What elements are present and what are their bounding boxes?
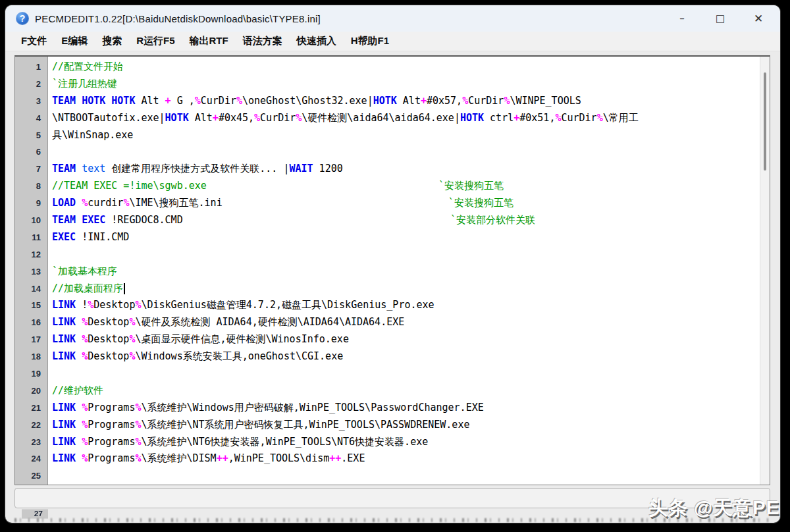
- line-number: 20: [15, 383, 47, 400]
- code-line-16[interactable]: LINK %Desktop%\硬件及系统检测 AIDA64,硬件检测\AIDA6…: [52, 314, 760, 331]
- code-line-3[interactable]: TEAM HOTK HOTK Alt + G ,%CurDir%\oneGhos…: [52, 93, 760, 110]
- titlebar: ? PECMDEDIT1.0.22[D:\BaiduNetdiskDownloa…: [5, 5, 780, 32]
- code-line-4[interactable]: \NTBOOTautofix.exe|HOTK Alt+#0x45,%CurDi…: [52, 110, 760, 127]
- line-number: 11: [15, 229, 47, 246]
- help-question-icon[interactable]: ?: [16, 12, 29, 25]
- code-line-7[interactable]: TEAM text 创建常用程序快捷方式及软件关联... |WAIT 1200: [52, 161, 760, 178]
- line-number: 14: [15, 280, 47, 298]
- code-line-18[interactable]: LINK %Desktop%\Windows系统安装工具,oneGhost\CG…: [52, 348, 760, 365]
- line-number: 22: [15, 417, 47, 434]
- line-number-gutter: 1234567891011121314151617181920212223242…: [15, 57, 48, 485]
- line-number: 19: [15, 365, 47, 383]
- code-line-5[interactable]: 具\WinSnap.exe: [52, 127, 760, 144]
- line-number: 7: [15, 161, 47, 178]
- code-line-6[interactable]: [52, 144, 760, 161]
- scrollbar-thumb[interactable]: [764, 72, 766, 171]
- menubar: F文件E编辑搜索R运行F5输出RTF语法方案快速插入H帮助F1: [5, 32, 780, 51]
- code-line-10[interactable]: TEAM EXEC !REGDOC8.CMD `安装部分软件关联: [52, 212, 760, 229]
- code-line-13[interactable]: `加载基本程序: [52, 263, 760, 280]
- menu-item-run-f5[interactable]: R运行F5: [129, 34, 182, 49]
- line-number: 18: [15, 348, 47, 365]
- line-number: 24: [15, 450, 47, 467]
- line-number: 8: [15, 178, 47, 195]
- watermark: 头条 @天意PE: [648, 495, 779, 521]
- line-number: 13: [15, 263, 47, 280]
- menu-item-quick-insert[interactable]: 快速插入: [290, 34, 344, 49]
- line-number: 4: [15, 110, 47, 127]
- menu-item-edit[interactable]: E编辑: [54, 34, 95, 49]
- line-number: 3: [15, 93, 47, 110]
- line-number: 5: [15, 127, 47, 144]
- code-line-2[interactable]: `注册几组热键: [52, 76, 760, 93]
- menu-item-syntax-scheme[interactable]: 语法方案: [236, 34, 290, 49]
- code-line-20[interactable]: //维护软件: [52, 383, 760, 400]
- code-line-14[interactable]: //加载桌面程序: [52, 280, 760, 298]
- code-line-12[interactable]: [52, 246, 760, 263]
- overflow-line-number: 27: [22, 509, 48, 518]
- code-line-11[interactable]: EXEC !INI.CMD: [52, 229, 760, 246]
- code-line-8[interactable]: //TEAM EXEC =!ime\sgwb.exe `安装搜狗五笔: [52, 178, 760, 195]
- line-number: 9: [15, 195, 47, 212]
- line-number: 16: [15, 314, 47, 331]
- line-number: 17: [15, 331, 47, 348]
- line-number: 1: [15, 59, 47, 76]
- line-number: 23: [15, 434, 47, 451]
- code-line-17[interactable]: LINK %Desktop%\桌面显示硬件信息,硬件检测\WinosInfo.e…: [52, 331, 760, 348]
- editor: 1234567891011121314151617181920212223242…: [14, 55, 770, 485]
- line-number: 12: [15, 246, 47, 263]
- code-line-23[interactable]: LINK %Programs%\系统维护\NT6快捷安装器,WinPE_TOOL…: [52, 434, 760, 451]
- line-number: 21: [15, 400, 47, 417]
- code-line-25[interactable]: [52, 467, 760, 485]
- menu-item-file[interactable]: F文件: [14, 34, 54, 49]
- code-line-24[interactable]: LINK %Programs%\系统维护\DISM++,WinPE_TOOLS\…: [52, 450, 760, 467]
- code-line-19[interactable]: [52, 365, 760, 383]
- code-line-1[interactable]: //配置文件开始: [52, 59, 760, 76]
- maximize-button[interactable]: □: [701, 5, 739, 32]
- vertical-scrollbar[interactable]: [760, 57, 770, 485]
- close-button[interactable]: ✕: [739, 5, 777, 32]
- menu-item-search[interactable]: 搜索: [95, 34, 129, 49]
- minimize-button[interactable]: –: [663, 5, 701, 32]
- menu-item-output-rtf[interactable]: 输出RTF: [182, 34, 236, 49]
- app-window: ? PECMDEDIT1.0.22[D:\BaiduNetdiskDownloa…: [5, 5, 780, 523]
- line-number: 25: [15, 467, 47, 485]
- code-area[interactable]: //配置文件开始`注册几组热键TEAM HOTK HOTK Alt + G ,%…: [48, 57, 760, 485]
- menu-item-help-f1[interactable]: H帮助F1: [344, 34, 396, 49]
- line-number: 15: [15, 297, 47, 314]
- window-title: PECMDEDIT1.0.22[D:\BaiduNetdiskDownload\…: [35, 13, 321, 24]
- code-line-9[interactable]: LOAD %curdir%\IME\搜狗五笔.ini `安装搜狗五笔: [52, 195, 760, 212]
- line-number: 2: [15, 76, 47, 93]
- line-number: 10: [15, 212, 47, 229]
- code-line-15[interactable]: LINK !%Desktop%\DiskGenius磁盘管理4.7.2,磁盘工具…: [52, 297, 760, 314]
- window-controls: – □ ✕: [663, 5, 777, 32]
- line-number: 6: [15, 144, 47, 161]
- code-line-21[interactable]: LINK %Programs%\系统维护\Windows用户密码破解,WinPE…: [52, 400, 760, 417]
- code-line-22[interactable]: LINK %Programs%\系统维护\NT系统用户密码恢复工具,WinPE_…: [52, 417, 760, 434]
- text-caret: [124, 283, 125, 294]
